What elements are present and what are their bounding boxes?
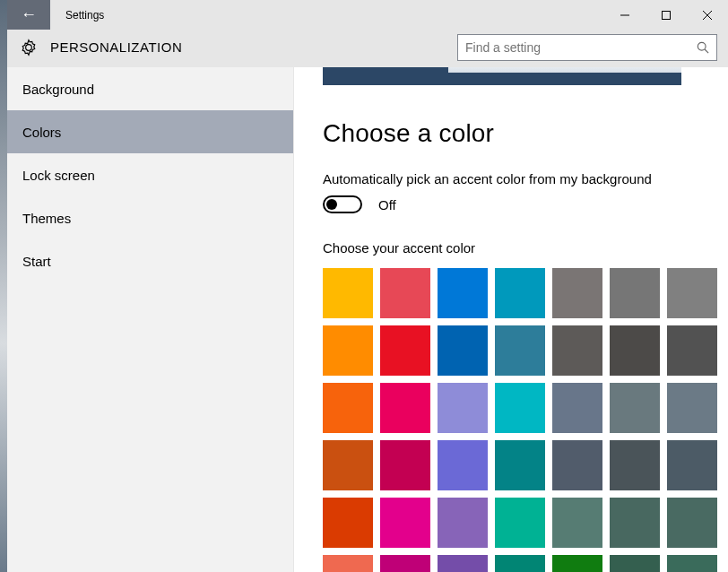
sidebar-item-start[interactable]: Start — [7, 239, 293, 282]
sidebar-item-label: Start — [22, 254, 51, 269]
accent-swatch[interactable] — [323, 268, 373, 318]
header-row: PERSONALIZATION — [7, 30, 728, 67]
accent-swatch[interactable] — [667, 555, 717, 572]
content-pane: Choose a color Automatically pick an acc… — [294, 67, 728, 572]
accent-swatch[interactable] — [438, 268, 488, 318]
close-icon — [703, 11, 712, 20]
accent-swatch[interactable] — [667, 325, 717, 376]
svg-point-4 — [698, 42, 706, 50]
sidebar-item-label: Colors — [22, 125, 61, 140]
accent-swatch[interactable] — [380, 555, 430, 572]
accent-swatch[interactable] — [552, 498, 602, 548]
auto-accent-toggle[interactable] — [323, 195, 362, 213]
back-arrow-icon: ← — [21, 5, 37, 24]
accent-swatch[interactable] — [438, 498, 488, 548]
preview-thumbnail — [323, 67, 681, 85]
header-label: PERSONALIZATION — [50, 39, 182, 55]
accent-swatch[interactable] — [380, 325, 430, 376]
accent-swatch[interactable] — [610, 440, 660, 490]
maximize-button[interactable] — [646, 0, 687, 30]
body: Background Colors Lock screen Themes Sta… — [7, 67, 728, 572]
accent-swatch[interactable] — [667, 498, 717, 548]
search-icon — [697, 41, 709, 54]
search-box[interactable] — [457, 34, 717, 61]
sidebar-item-background[interactable]: Background — [7, 67, 293, 110]
window-title: Settings — [65, 9, 104, 22]
accent-swatch[interactable] — [438, 440, 488, 490]
accent-swatch[interactable] — [552, 268, 602, 318]
page-heading: Choose a color — [323, 119, 728, 148]
accent-swatch[interactable] — [323, 555, 373, 572]
sidebar-item-label: Lock screen — [22, 168, 95, 183]
sidebar-item-label: Themes — [22, 211, 71, 226]
gear-icon — [20, 39, 38, 56]
settings-window: ← Settings PERSONALIZATION — [7, 0, 728, 572]
accent-swatch[interactable] — [610, 555, 660, 572]
accent-swatch[interactable] — [380, 498, 430, 548]
svg-rect-1 — [663, 11, 671, 19]
accent-swatch[interactable] — [380, 383, 430, 433]
accent-swatch[interactable] — [438, 555, 488, 572]
titlebar: ← Settings — [7, 0, 728, 30]
accent-color-grid — [323, 268, 728, 572]
minimize-icon — [620, 11, 629, 20]
accent-swatch[interactable] — [610, 268, 660, 318]
close-button[interactable] — [687, 0, 728, 30]
accent-swatch[interactable] — [380, 268, 430, 318]
accent-grid-label: Choose your accent color — [323, 240, 728, 256]
accent-swatch[interactable] — [323, 440, 373, 490]
accent-swatch[interactable] — [495, 555, 545, 572]
accent-swatch[interactable] — [552, 555, 602, 572]
search-input[interactable] — [465, 40, 697, 55]
accent-swatch[interactable] — [667, 440, 717, 490]
accent-swatch[interactable] — [495, 325, 545, 376]
maximize-icon — [662, 11, 671, 20]
accent-swatch[interactable] — [610, 498, 660, 548]
back-button[interactable]: ← — [7, 0, 50, 30]
sidebar: Background Colors Lock screen Themes Sta… — [7, 67, 294, 572]
accent-swatch[interactable] — [610, 325, 660, 376]
accent-swatch[interactable] — [667, 383, 717, 433]
accent-swatch[interactable] — [667, 268, 717, 318]
accent-swatch[interactable] — [552, 440, 602, 490]
auto-accent-toggle-row: Off — [323, 195, 728, 213]
accent-swatch[interactable] — [495, 498, 545, 548]
accent-swatch[interactable] — [438, 325, 488, 376]
accent-swatch[interactable] — [323, 498, 373, 548]
minimize-button[interactable] — [604, 0, 646, 30]
window-controls — [604, 0, 728, 30]
accent-swatch[interactable] — [552, 383, 602, 433]
accent-swatch[interactable] — [380, 440, 430, 490]
accent-swatch[interactable] — [610, 383, 660, 433]
toggle-knob — [326, 199, 337, 210]
gear-icon-wrap — [7, 39, 50, 56]
sidebar-item-label: Background — [22, 82, 94, 97]
accent-swatch[interactable] — [323, 383, 373, 433]
desktop-wallpaper-edge — [0, 0, 7, 572]
auto-accent-label: Automatically pick an accent color from … — [323, 171, 728, 186]
accent-swatch[interactable] — [495, 383, 545, 433]
sidebar-item-themes[interactable]: Themes — [7, 196, 293, 239]
accent-swatch[interactable] — [438, 383, 488, 433]
accent-swatch[interactable] — [495, 268, 545, 318]
sidebar-item-colors[interactable]: Colors — [7, 110, 293, 153]
toggle-state-label: Off — [378, 197, 396, 212]
svg-line-5 — [705, 49, 708, 53]
accent-swatch[interactable] — [495, 440, 545, 490]
accent-swatch[interactable] — [552, 325, 602, 376]
sidebar-item-lock-screen[interactable]: Lock screen — [7, 153, 293, 196]
accent-swatch[interactable] — [323, 325, 373, 376]
